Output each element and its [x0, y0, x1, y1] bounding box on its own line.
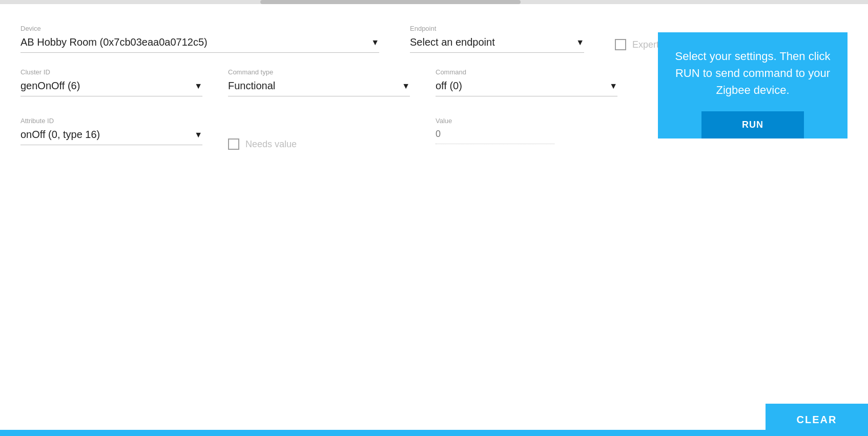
endpoint-value: Select an endpoint — [410, 36, 570, 48]
command-arrow: ▼ — [609, 82, 617, 91]
top-scrollbar — [0, 0, 868, 4]
needs-value-checkbox[interactable] — [228, 138, 239, 150]
cluster-id-field-group: Cluster ID genOnOff (6) ▼ — [20, 68, 202, 96]
attribute-id-value: onOff (0, type 16) — [20, 129, 188, 141]
cluster-id-select[interactable]: genOnOff (6) ▼ — [20, 80, 202, 96]
attribute-id-select[interactable]: onOff (0, type 16) ▼ — [20, 129, 202, 145]
device-arrow: ▼ — [371, 38, 379, 47]
blue-panel-text: Select your settings. Then click RUN to … — [673, 48, 832, 98]
command-type-arrow: ▼ — [402, 82, 410, 91]
command-field-group: Command off (0) ▼ — [436, 68, 617, 96]
blue-info-panel: Select your settings. Then click RUN to … — [658, 32, 848, 138]
needs-value-label: Needs value — [245, 139, 297, 150]
command-type-field-group: Command type Functional ▼ — [228, 68, 410, 96]
bottom-bar — [0, 430, 868, 436]
endpoint-field-group: Endpoint Select an endpoint ▼ — [410, 25, 584, 53]
command-type-value: Functional — [228, 80, 396, 92]
attribute-id-label: Attribute ID — [20, 117, 202, 125]
device-select[interactable]: AB Hobby Room (0x7cb03eaa0a0712c5) ▼ — [20, 36, 379, 53]
device-value: AB Hobby Room (0x7cb03eaa0a0712c5) — [20, 36, 365, 48]
endpoint-label: Endpoint — [410, 25, 584, 32]
command-value: off (0) — [436, 80, 603, 92]
value-input[interactable] — [436, 129, 554, 140]
main-content: Device AB Hobby Room (0x7cb03eaa0a0712c5… — [0, 4, 868, 150]
scrollbar-thumb[interactable] — [260, 0, 521, 4]
page-wrapper: Device AB Hobby Room (0x7cb03eaa0a0712c5… — [0, 0, 868, 436]
needs-value-group: Needs value — [228, 117, 410, 150]
device-label: Device — [20, 25, 379, 32]
device-field-group: Device AB Hobby Room (0x7cb03eaa0a0712c5… — [20, 25, 379, 53]
command-select[interactable]: off (0) ▼ — [436, 80, 617, 96]
cluster-id-value: genOnOff (6) — [20, 80, 188, 92]
endpoint-arrow: ▼ — [576, 38, 584, 47]
command-type-label: Command type — [228, 68, 410, 76]
command-label: Command — [436, 68, 617, 76]
cluster-id-label: Cluster ID — [20, 68, 202, 76]
value-field-group: Value — [436, 117, 554, 144]
command-type-select[interactable]: Functional ▼ — [228, 80, 410, 96]
expert-mode-checkbox[interactable] — [615, 39, 626, 50]
attribute-id-arrow: ▼ — [194, 130, 202, 140]
value-input-wrapper — [436, 129, 554, 144]
cluster-id-arrow: ▼ — [194, 82, 202, 91]
value-label: Value — [436, 117, 554, 125]
endpoint-select[interactable]: Select an endpoint ▼ — [410, 36, 584, 53]
run-button[interactable]: RUN — [701, 111, 804, 138]
attribute-id-field-group: Attribute ID onOff (0, type 16) ▼ — [20, 117, 202, 145]
